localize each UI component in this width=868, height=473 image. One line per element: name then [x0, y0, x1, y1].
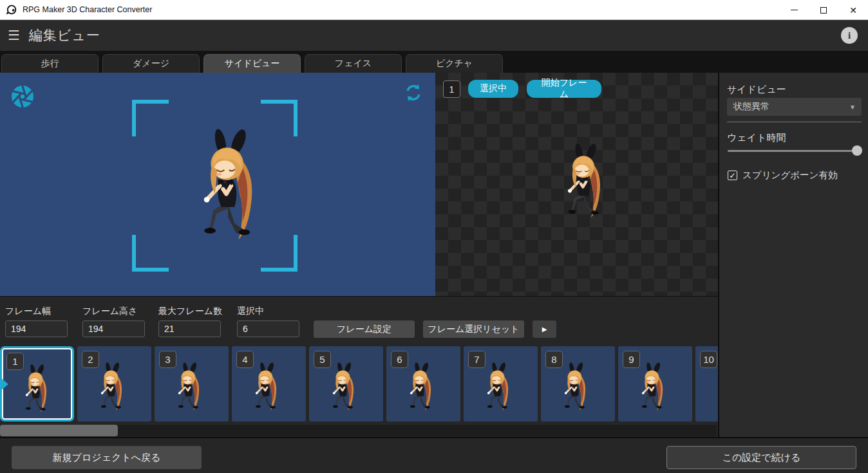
max-frames-label: 最大フレーム数	[158, 306, 221, 317]
frame-thumbnail[interactable]: 6	[386, 346, 460, 422]
spritesheet-pane[interactable]: 1 選択中 開始フレーム	[435, 73, 718, 296]
spring-bone-checkbox[interactable]: ✓	[728, 171, 737, 180]
crop-corner-bottom-left[interactable]	[132, 235, 169, 272]
header: ☰ 編集ビュー i	[0, 20, 868, 51]
info-icon: i	[848, 30, 851, 41]
frame-width-input[interactable]	[5, 320, 68, 337]
tab[interactable]: ピクチャ	[406, 54, 503, 73]
tab[interactable]: サイドビュー	[203, 54, 301, 73]
hamburger-menu-icon[interactable]: ☰	[8, 28, 20, 43]
selected-count-input[interactable]	[237, 320, 299, 337]
character-sprite	[15, 362, 57, 416]
settings-sidebar: サイドビュー 状態異常 ▼ ウェイト時間 ✓ スプリングボーン有効	[718, 73, 868, 437]
rotate-icon[interactable]	[403, 82, 424, 103]
wait-time-label: ウェイト時間	[727, 132, 786, 144]
frame-thumbnail[interactable]: 8	[541, 346, 615, 422]
spring-bone-toggle[interactable]: ✓ スプリングボーン有効	[728, 169, 837, 181]
frame-set-button[interactable]: フレーム設定	[314, 320, 415, 338]
frame-thumbnail[interactable]: 1	[0, 346, 74, 422]
character-sprite	[708, 360, 718, 414]
state-dropdown-value: 状態異常	[733, 101, 769, 113]
play-icon: ▶	[542, 326, 547, 333]
frame-controls-bar: フレーム幅 フレーム高さ 最大フレーム数 選択中 フレーム設定 フレーム選択リセ…	[0, 296, 718, 346]
character-sprite	[399, 360, 442, 414]
selected-button[interactable]: 選択中	[468, 80, 518, 98]
sidebar-divider	[727, 122, 862, 122]
maximize-button[interactable]	[809, 0, 838, 20]
main-area: 1 選択中 開始フレーム	[0, 73, 718, 296]
back-to-new-project-button[interactable]: 新規プロジェクトへ戻る	[12, 446, 202, 469]
state-dropdown[interactable]: 状態異常 ▼	[727, 98, 862, 116]
frame-thumbnail[interactable]: 4	[232, 346, 306, 422]
max-frames-input[interactable]	[158, 320, 221, 337]
start-frame-button[interactable]: 開始フレーム	[527, 80, 601, 98]
frame-reset-button[interactable]: フレーム選択リセット	[423, 320, 524, 338]
frame-width-label: フレーム幅	[5, 306, 68, 317]
character-sprite	[179, 125, 277, 248]
character-sprite	[167, 360, 210, 414]
page-title: 編集ビュー	[29, 26, 100, 44]
scrollbar-thumb[interactable]	[0, 425, 118, 436]
character-sprite	[476, 360, 519, 414]
frame-thumbnail[interactable]: 5	[309, 346, 383, 422]
wait-slider-handle[interactable]	[852, 145, 862, 156]
character-sprite	[245, 360, 287, 414]
crop-corner-top-left[interactable]	[132, 100, 169, 136]
continue-with-settings-button[interactable]: この設定で続ける	[666, 446, 856, 469]
character-sprite	[631, 360, 674, 414]
window-title: RPG Maker 3D Character Converter	[23, 5, 152, 14]
character-preview-pane[interactable]	[0, 73, 435, 296]
character-sprite	[551, 141, 617, 223]
minimize-button[interactable]	[779, 0, 809, 20]
tab-bar: 歩行 ダメージ サイドビュー フェイス ピクチャ	[0, 51, 868, 73]
spring-bone-label: スプリングボーン有効	[742, 169, 837, 181]
tab[interactable]: ダメージ	[102, 54, 200, 73]
tab-label: ダメージ	[133, 58, 169, 70]
footer-bar: 新規プロジェクトへ戻る この設定で続ける	[0, 437, 868, 473]
tab-label: 歩行	[41, 58, 59, 70]
titlebar: RPG Maker 3D Character Converter ✕	[0, 0, 868, 20]
maximize-icon	[820, 7, 827, 14]
frame-number-box: 1	[443, 80, 460, 98]
tab[interactable]: 歩行	[1, 54, 99, 73]
tab-label: ピクチャ	[436, 58, 473, 70]
sidebar-title: サイドビュー	[727, 84, 786, 96]
character-sprite	[90, 360, 133, 414]
close-button[interactable]: ✕	[838, 0, 868, 20]
tab-label: フェイス	[335, 58, 372, 70]
frame-thumbnail[interactable]: 2	[77, 346, 151, 422]
close-icon: ✕	[849, 6, 857, 15]
info-button[interactable]: i	[841, 27, 858, 44]
frame-height-input[interactable]	[82, 320, 145, 337]
character-sprite	[554, 360, 596, 414]
minimize-icon	[791, 10, 798, 10]
character-sprite	[322, 360, 364, 414]
slider-track	[728, 150, 862, 152]
app-window: RPG Maker 3D Character Converter ✕ ☰ 編集ビ…	[0, 0, 868, 473]
chevron-down-icon: ▼	[849, 104, 856, 111]
frame-thumbnail[interactable]: 9	[618, 346, 692, 422]
filmstrip-scrollbar[interactable]	[0, 425, 717, 436]
frame-thumbnail[interactable]: 10	[695, 346, 718, 422]
wait-time-slider[interactable]	[727, 145, 862, 156]
filmstrip: 1 2 3 4 5 6	[0, 346, 718, 423]
selected-count-label: 選択中	[237, 306, 299, 317]
tab[interactable]: フェイス	[305, 54, 402, 73]
frame-thumbnail[interactable]: 7	[464, 346, 538, 422]
frame-height-label: フレーム高さ	[82, 306, 145, 317]
app-logo-icon	[6, 4, 17, 15]
tab-label: サイドビュー	[225, 58, 280, 70]
frame-thumbnail[interactable]: 3	[155, 346, 229, 422]
play-button[interactable]: ▶	[533, 320, 556, 338]
camera-aperture-icon[interactable]	[9, 83, 36, 110]
